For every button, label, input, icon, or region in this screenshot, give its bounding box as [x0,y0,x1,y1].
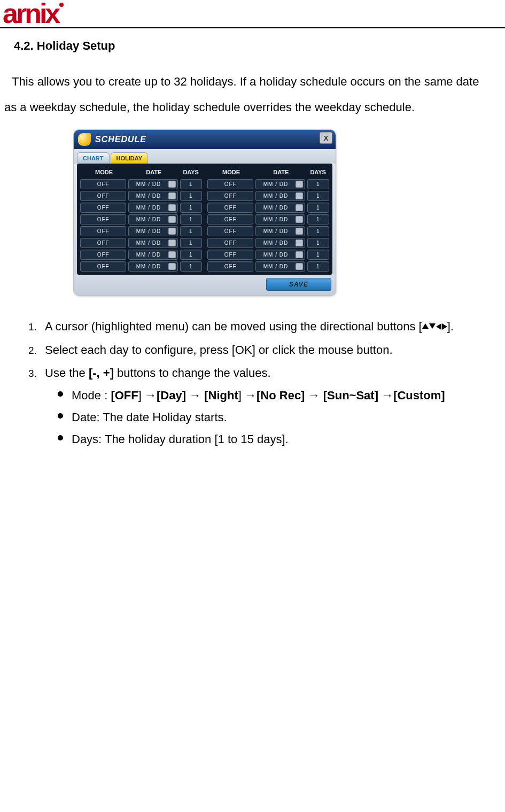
intro-text: This allows you to create up to 32 holid… [4,69,501,121]
mode-cell[interactable]: OFF [80,238,126,248]
date-cell[interactable]: MM / DD [255,214,305,225]
mode-cell[interactable]: OFF [80,191,126,201]
arrow-icon: → [308,389,320,402]
days-cell[interactable]: 1 [307,238,329,248]
mode-cell[interactable]: OFF [207,226,253,236]
instruction-1-text-a: A cursor (highlighted menu) can be moved… [45,320,422,333]
calendar-icon[interactable] [296,239,303,246]
calendar-icon[interactable] [168,181,176,188]
table-row: OFFMM / DD1 [207,250,329,260]
days-cell[interactable]: 1 [307,191,329,201]
days-cell[interactable]: 1 [180,203,202,213]
calendar-icon[interactable] [168,216,176,223]
table-row: OFFMM / DD1 [207,214,329,225]
calendar-icon[interactable] [296,181,303,188]
date-cell[interactable]: MM / DD [128,226,177,236]
days-cell[interactable]: 1 [180,238,202,248]
mode-cell[interactable]: OFF [207,250,253,260]
calendar-icon[interactable] [296,228,303,235]
days-cell[interactable]: 1 [307,214,329,225]
date-cell[interactable]: MM / DD [255,250,305,260]
sub-mode: Mode : [OFF] →[Day] → [Night] →[No Rec] … [58,385,501,405]
days-cell[interactable]: 1 [180,226,202,236]
calendar-icon[interactable] [168,192,176,199]
mode-cell[interactable]: OFF [80,261,126,272]
days-cell[interactable]: 1 [180,250,202,260]
table-row: OFFMM / DD1 [207,203,329,213]
arrow-icon: → [245,389,257,402]
days-cell[interactable]: 1 [180,261,202,272]
calendar-icon[interactable] [168,228,176,235]
mode-cell[interactable]: OFF [207,191,253,201]
date-cell[interactable]: MM / DD [255,238,305,248]
days-cell[interactable]: 1 [307,250,329,260]
mode-off: [OFF [111,389,138,402]
arrow-icon: → [145,389,157,402]
instructions-list: A cursor (highlighted menu) can be moved… [4,316,501,449]
days-cell[interactable]: 1 [307,226,329,236]
mode-night-close: ] [238,389,242,402]
calendar-icon[interactable] [296,263,303,270]
date-cell[interactable]: MM / DD [128,238,177,248]
days-cell[interactable]: 1 [307,203,329,213]
table-row: OFFMM / DD1 [207,191,329,201]
date-cell[interactable]: MM / DD [255,261,305,272]
mode-cell[interactable]: OFF [207,214,253,225]
calendar-icon[interactable] [168,239,176,246]
mode-cell[interactable]: OFF [80,179,126,189]
mode-cell[interactable]: OFF [80,203,126,213]
date-cell[interactable]: MM / DD [255,203,305,213]
brand-logo: arnix [0,3,64,25]
mode-norec: [No Rec] [257,389,305,402]
days-cell[interactable]: 1 [180,179,202,189]
mode-night: [Night [204,389,238,402]
mode-sunsat: [Sun~Sat] [323,389,378,402]
mode-cell[interactable]: OFF [80,226,126,236]
instruction-1: A cursor (highlighted menu) can be moved… [40,316,501,336]
days-cell[interactable]: 1 [180,191,202,201]
date-cell[interactable]: MM / DD [128,250,177,260]
save-button[interactable]: SAVE [266,278,331,291]
date-cell[interactable]: MM / DD [128,261,177,272]
calendar-icon[interactable] [296,251,303,258]
table-row: OFFMM / DD1 [80,238,202,248]
mode-cell[interactable]: OFF [80,250,126,260]
tab-chart[interactable]: CHART [77,152,110,164]
calendar-icon[interactable] [168,263,176,270]
date-text: MM / DD [130,181,166,187]
mode-cell[interactable]: OFF [80,214,126,225]
mode-cell[interactable]: OFF [207,179,253,189]
date-cell[interactable]: MM / DD [128,191,177,201]
table-row: OFFMM / DD1 [80,226,202,236]
calendar-icon[interactable] [168,251,176,258]
schedule-tabs: CHART HOLIDAY [74,149,336,164]
date-cell[interactable]: MM / DD [128,214,177,225]
date-text: MM / DD [258,205,293,211]
instruction-3-bold: [-, +] [89,366,114,380]
days-cell[interactable]: 1 [307,179,329,189]
calendar-icon[interactable] [168,204,176,211]
mode-day: [Day] [157,389,186,402]
instruction-3-text-c: buttons to change the values. [114,366,271,380]
date-cell[interactable]: MM / DD [128,179,177,189]
schedule-grid-right: MODE DATE DAYS OFFMM / DD1 OFFMM / DD1 O… [207,166,329,272]
date-text: MM / DD [130,240,166,246]
close-button[interactable]: X [320,132,332,144]
mode-cell[interactable]: OFF [207,203,253,213]
direction-arrows-icon [422,323,447,330]
calendar-icon[interactable] [296,204,303,211]
tab-holiday[interactable]: HOLIDAY [111,152,149,164]
date-cell[interactable]: MM / DD [255,179,305,189]
date-cell[interactable]: MM / DD [128,203,177,213]
date-cell[interactable]: MM / DD [255,226,305,236]
mode-cell[interactable]: OFF [207,261,253,272]
table-row: OFFMM / DD1 [207,238,329,248]
days-cell[interactable]: 1 [307,261,329,272]
calendar-icon[interactable] [296,216,303,223]
section-title: 4.2. Holiday Setup [14,39,501,53]
schedule-titlebar: SCHEDULE X [74,130,336,149]
mode-cell[interactable]: OFF [207,238,253,248]
days-cell[interactable]: 1 [180,214,202,225]
date-cell[interactable]: MM / DD [255,191,305,201]
calendar-icon[interactable] [296,192,303,199]
